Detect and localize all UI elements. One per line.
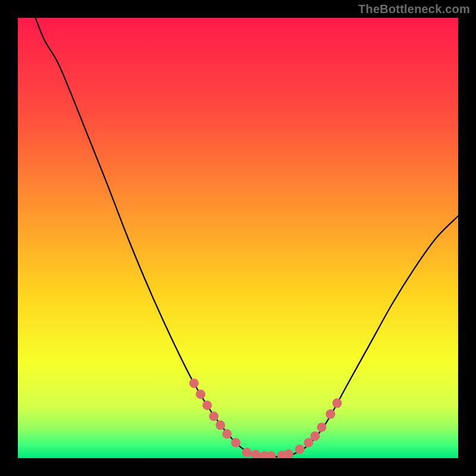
highlight-dot bbox=[333, 399, 342, 408]
highlight-dot bbox=[311, 431, 320, 441]
highlight-dot bbox=[317, 422, 327, 432]
highlight-dot bbox=[242, 447, 252, 457]
highlight-dot bbox=[202, 400, 212, 410]
highlight-dot bbox=[231, 438, 240, 447]
highlight-dot bbox=[325, 409, 335, 419]
highlight-dot bbox=[209, 412, 218, 421]
plot-background bbox=[18, 18, 458, 458]
highlight-dot bbox=[295, 444, 305, 454]
highlight-dot bbox=[196, 390, 205, 399]
bottleneck-plot bbox=[18, 18, 458, 458]
watermark-text: TheBottleneck.com bbox=[358, 2, 470, 16]
chart-stage: TheBottleneck.com bbox=[0, 0, 476, 476]
highlight-dot bbox=[215, 421, 225, 430]
highlight-dot bbox=[189, 378, 199, 388]
highlight-dot bbox=[223, 429, 232, 439]
